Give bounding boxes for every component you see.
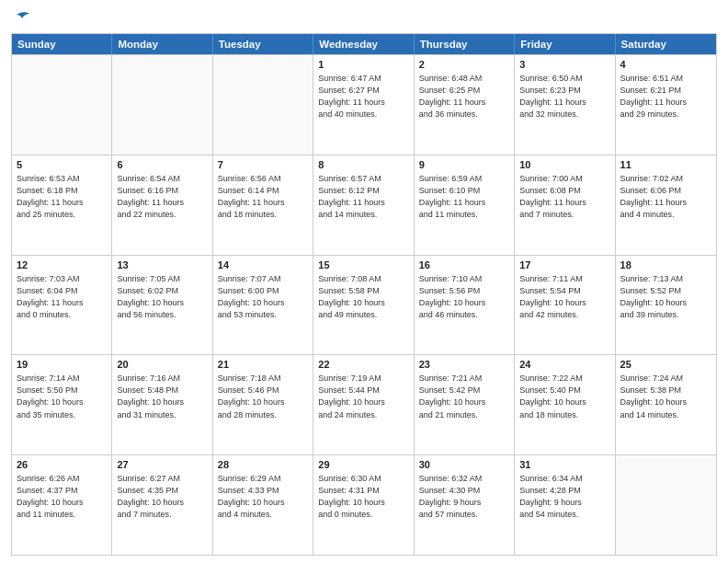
- calendar-cell-day-30: 30Sunrise: 6:32 AM Sunset: 4:30 PM Dayli…: [415, 455, 515, 555]
- day-info: Sunrise: 7:11 AM Sunset: 5:54 PM Dayligh…: [519, 273, 609, 321]
- weekday-header-wednesday: Wednesday: [313, 34, 414, 54]
- day-number: 30: [419, 459, 509, 470]
- day-info: Sunrise: 6:57 AM Sunset: 6:12 PM Dayligh…: [318, 173, 408, 221]
- calendar-header: SundayMondayTuesdayWednesdayThursdayFrid…: [12, 34, 716, 54]
- calendar-body: 1Sunrise: 6:47 AM Sunset: 6:27 PM Daylig…: [12, 54, 716, 555]
- day-info: Sunrise: 6:56 AM Sunset: 6:14 PM Dayligh…: [218, 173, 308, 221]
- day-info: Sunrise: 7:08 AM Sunset: 5:58 PM Dayligh…: [318, 273, 408, 321]
- day-number: 6: [117, 159, 207, 170]
- day-number: 5: [17, 159, 107, 170]
- calendar-cell-day-13: 13Sunrise: 7:05 AM Sunset: 6:02 PM Dayli…: [112, 256, 212, 355]
- logo-bird-icon: [13, 9, 31, 28]
- day-number: 7: [218, 159, 308, 170]
- day-number: 16: [419, 259, 509, 270]
- day-number: 26: [17, 459, 107, 470]
- day-info: Sunrise: 7:21 AM Sunset: 5:42 PM Dayligh…: [419, 373, 509, 420]
- day-number: 13: [117, 259, 207, 270]
- calendar-cell-day-21: 21Sunrise: 7:18 AM Sunset: 5:46 PM Dayli…: [213, 355, 313, 454]
- day-info: Sunrise: 6:34 AM Sunset: 4:28 PM Dayligh…: [519, 473, 609, 521]
- day-number: 17: [519, 259, 609, 270]
- day-info: Sunrise: 6:27 AM Sunset: 4:35 PM Dayligh…: [117, 473, 207, 521]
- day-info: Sunrise: 7:14 AM Sunset: 5:50 PM Dayligh…: [17, 373, 107, 420]
- day-number: 23: [419, 359, 509, 370]
- day-info: Sunrise: 7:07 AM Sunset: 6:00 PM Dayligh…: [218, 273, 308, 321]
- day-number: 22: [318, 359, 408, 370]
- day-number: 25: [620, 359, 711, 370]
- calendar-cell-day-12: 12Sunrise: 7:03 AM Sunset: 6:04 PM Dayli…: [12, 256, 112, 355]
- calendar-cell-day-11: 11Sunrise: 7:02 AM Sunset: 6:06 PM Dayli…: [616, 155, 716, 255]
- day-info: Sunrise: 7:02 AM Sunset: 6:06 PM Dayligh…: [620, 173, 711, 221]
- calendar-cell-day-1: 1Sunrise: 6:47 AM Sunset: 6:27 PM Daylig…: [313, 55, 414, 155]
- calendar-cell-day-19: 19Sunrise: 7:14 AM Sunset: 5:50 PM Dayli…: [12, 355, 112, 454]
- day-info: Sunrise: 6:47 AM Sunset: 6:27 PM Dayligh…: [318, 73, 408, 121]
- calendar-cell-day-14: 14Sunrise: 7:07 AM Sunset: 6:00 PM Dayli…: [213, 256, 313, 355]
- weekday-header-friday: Friday: [515, 34, 615, 54]
- day-number: 12: [17, 259, 107, 270]
- day-info: Sunrise: 6:48 AM Sunset: 6:25 PM Dayligh…: [419, 73, 509, 121]
- day-number: 20: [117, 359, 207, 370]
- day-info: Sunrise: 7:16 AM Sunset: 5:48 PM Dayligh…: [117, 373, 207, 420]
- day-info: Sunrise: 7:05 AM Sunset: 6:02 PM Dayligh…: [117, 273, 207, 321]
- day-number: 4: [620, 59, 711, 70]
- day-info: Sunrise: 7:24 AM Sunset: 5:38 PM Dayligh…: [620, 373, 711, 420]
- day-info: Sunrise: 7:22 AM Sunset: 5:40 PM Dayligh…: [519, 373, 609, 420]
- day-number: 14: [218, 259, 308, 270]
- day-info: Sunrise: 6:26 AM Sunset: 4:37 PM Dayligh…: [17, 473, 107, 521]
- day-info: Sunrise: 6:53 AM Sunset: 6:18 PM Dayligh…: [17, 173, 107, 221]
- day-info: Sunrise: 6:54 AM Sunset: 6:16 PM Dayligh…: [117, 173, 207, 221]
- calendar-cell-day-3: 3Sunrise: 6:50 AM Sunset: 6:23 PM Daylig…: [515, 55, 615, 155]
- calendar-cell-day-2: 2Sunrise: 6:48 AM Sunset: 6:25 PM Daylig…: [415, 55, 515, 155]
- calendar-cell-day-24: 24Sunrise: 7:22 AM Sunset: 5:40 PM Dayli…: [515, 355, 615, 454]
- calendar-cell-day-9: 9Sunrise: 6:59 AM Sunset: 6:10 PM Daylig…: [415, 155, 515, 255]
- calendar: SundayMondayTuesdayWednesdayThursdayFrid…: [11, 33, 717, 556]
- calendar-cell-empty: [616, 455, 716, 555]
- calendar-cell-day-6: 6Sunrise: 6:54 AM Sunset: 6:16 PM Daylig…: [112, 155, 212, 255]
- day-number: 18: [620, 259, 711, 270]
- calendar-row-2: 5Sunrise: 6:53 AM Sunset: 6:18 PM Daylig…: [12, 155, 716, 255]
- day-info: Sunrise: 7:19 AM Sunset: 5:44 PM Dayligh…: [318, 373, 408, 420]
- day-info: Sunrise: 6:59 AM Sunset: 6:10 PM Dayligh…: [419, 173, 509, 221]
- calendar-cell-empty: [12, 55, 112, 155]
- calendar-cell-day-22: 22Sunrise: 7:19 AM Sunset: 5:44 PM Dayli…: [313, 355, 414, 454]
- calendar-row-1: 1Sunrise: 6:47 AM Sunset: 6:27 PM Daylig…: [12, 54, 716, 155]
- weekday-header-tuesday: Tuesday: [213, 34, 313, 54]
- calendar-cell-day-17: 17Sunrise: 7:11 AM Sunset: 5:54 PM Dayli…: [515, 256, 615, 355]
- calendar-cell-day-18: 18Sunrise: 7:13 AM Sunset: 5:52 PM Dayli…: [616, 256, 716, 355]
- calendar-cell-day-20: 20Sunrise: 7:16 AM Sunset: 5:48 PM Dayli…: [112, 355, 212, 454]
- calendar-cell-day-8: 8Sunrise: 6:57 AM Sunset: 6:12 PM Daylig…: [313, 155, 414, 255]
- day-info: Sunrise: 7:10 AM Sunset: 5:56 PM Dayligh…: [419, 273, 509, 321]
- day-info: Sunrise: 7:03 AM Sunset: 6:04 PM Dayligh…: [17, 273, 107, 321]
- calendar-cell-empty: [112, 55, 212, 155]
- calendar-cell-day-16: 16Sunrise: 7:10 AM Sunset: 5:56 PM Dayli…: [415, 256, 515, 355]
- calendar-row-3: 12Sunrise: 7:03 AM Sunset: 6:04 PM Dayli…: [12, 255, 716, 355]
- calendar-cell-day-7: 7Sunrise: 6:56 AM Sunset: 6:14 PM Daylig…: [213, 155, 313, 255]
- day-info: Sunrise: 7:18 AM Sunset: 5:46 PM Dayligh…: [218, 373, 308, 420]
- weekday-header-sunday: Sunday: [12, 34, 112, 54]
- day-number: 15: [318, 259, 408, 270]
- day-info: Sunrise: 7:00 AM Sunset: 6:08 PM Dayligh…: [519, 173, 609, 221]
- day-info: Sunrise: 7:13 AM Sunset: 5:52 PM Dayligh…: [620, 273, 711, 321]
- calendar-cell-day-31: 31Sunrise: 6:34 AM Sunset: 4:28 PM Dayli…: [515, 455, 615, 555]
- day-info: Sunrise: 6:29 AM Sunset: 4:33 PM Dayligh…: [218, 473, 308, 521]
- day-number: 8: [318, 159, 408, 170]
- day-number: 2: [419, 59, 509, 70]
- calendar-row-4: 19Sunrise: 7:14 AM Sunset: 5:50 PM Dayli…: [12, 354, 716, 454]
- day-number: 29: [318, 459, 408, 470]
- day-number: 19: [17, 359, 107, 370]
- day-number: 9: [419, 159, 509, 170]
- day-info: Sunrise: 6:32 AM Sunset: 4:30 PM Dayligh…: [419, 473, 509, 521]
- day-info: Sunrise: 6:51 AM Sunset: 6:21 PM Dayligh…: [620, 73, 711, 121]
- day-number: 1: [318, 59, 408, 70]
- day-number: 28: [218, 459, 308, 470]
- calendar-cell-day-23: 23Sunrise: 7:21 AM Sunset: 5:42 PM Dayli…: [415, 355, 515, 454]
- calendar-cell-day-27: 27Sunrise: 6:27 AM Sunset: 4:35 PM Dayli…: [112, 455, 212, 555]
- day-number: 24: [519, 359, 609, 370]
- day-number: 11: [620, 159, 711, 170]
- calendar-cell-day-26: 26Sunrise: 6:26 AM Sunset: 4:37 PM Dayli…: [12, 455, 112, 555]
- day-number: 31: [519, 459, 609, 470]
- day-number: 10: [519, 159, 609, 170]
- calendar-row-5: 26Sunrise: 6:26 AM Sunset: 4:37 PM Dayli…: [12, 454, 716, 555]
- calendar-cell-day-28: 28Sunrise: 6:29 AM Sunset: 4:33 PM Dayli…: [213, 455, 313, 555]
- weekday-header-saturday: Saturday: [616, 34, 716, 54]
- logo: [11, 9, 31, 26]
